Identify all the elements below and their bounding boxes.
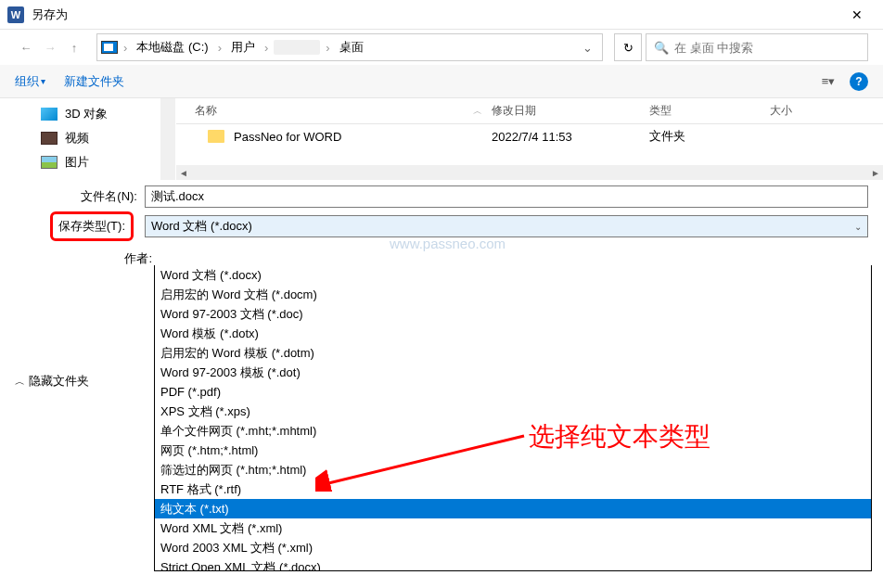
window-title: 另存为 (32, 6, 68, 23)
view-options-button[interactable]: ≡▾ (814, 72, 842, 91)
filename-label: 文件名(N): (15, 188, 145, 205)
annotation-highlight-box: 保存类型(T): (50, 211, 134, 241)
column-date[interactable]: 修改日期 (492, 103, 649, 119)
forward-button[interactable]: → (39, 36, 61, 58)
filetype-dropdown-list: Word 文档 (*.docx)启用宏的 Word 文档 (*.docm)Wor… (154, 265, 872, 571)
filetype-label: 保存类型(T): (58, 219, 125, 233)
back-button[interactable]: ← (15, 36, 37, 58)
filetype-option[interactable]: PDF (*.pdf) (155, 382, 871, 402)
chevron-right-icon: › (120, 41, 131, 55)
search-input[interactable] (674, 41, 860, 55)
chevron-right-icon: › (214, 41, 225, 55)
chevron-down-icon: ▾ (41, 76, 45, 86)
up-button[interactable]: ↑ (63, 36, 85, 58)
navigation-row: ← → ↑ › 本地磁盘 (C:) › 用户 › › 桌面 ⌄ ↻ 🔍 (0, 30, 883, 65)
filetype-option[interactable]: Word 文档 (*.docx) (155, 265, 871, 285)
filetype-option[interactable]: XPS 文档 (*.xps) (155, 402, 871, 421)
scroll-right-icon[interactable]: ► (868, 165, 883, 180)
scroll-left-icon[interactable]: ◄ (176, 165, 191, 180)
file-type: 文件夹 (649, 128, 770, 145)
chevron-right-icon: › (322, 41, 333, 55)
hide-folders-label: 隐藏文件夹 (29, 373, 89, 390)
filetype-option[interactable]: RTF 格式 (*.rtf) (155, 479, 871, 499)
chevron-right-icon: › (261, 41, 272, 55)
filetype-option[interactable]: 启用宏的 Word 模板 (*.dotm) (155, 343, 871, 363)
save-form: 文件名(N): 保存类型(T): Word 文档 (*.docx) ⌄ 作者: (0, 180, 883, 278)
filetype-option[interactable]: 启用宏的 Word 文档 (*.docm) (155, 285, 871, 304)
filename-input[interactable] (145, 185, 868, 208)
pictures-icon (41, 156, 58, 169)
close-button[interactable]: ✕ (838, 0, 876, 30)
search-icon: 🔍 (654, 41, 669, 55)
chevron-up-icon: ︿ (15, 375, 25, 389)
file-row[interactable]: PassNeo for WORD 2022/7/4 11:53 文件夹 (176, 124, 883, 148)
organize-button[interactable]: 组织 ▾ (15, 73, 45, 90)
filetype-option[interactable]: 单个文件网页 (*.mht;*.mhtml) (155, 421, 871, 441)
filetype-option[interactable]: 网页 (*.htm;*.html) (155, 441, 871, 460)
horizontal-scrollbar[interactable]: ◄ ► (176, 165, 883, 180)
author-label: 作者: (30, 250, 160, 267)
titlebar: W 另存为 ✕ (0, 0, 883, 30)
column-name[interactable]: 名称︿ (176, 103, 492, 119)
column-type[interactable]: 类型 (649, 103, 770, 119)
breadcrumb-users[interactable]: 用户 (227, 37, 259, 58)
filetype-option[interactable]: Word 模板 (*.dotx) (155, 324, 871, 343)
hide-folders-toggle[interactable]: ︿ 隐藏文件夹 (15, 373, 89, 390)
search-bar[interactable]: 🔍 (646, 33, 868, 61)
filetype-option[interactable]: Word XML 文档 (*.xml) (155, 518, 871, 538)
sidebar-item-videos[interactable]: 视频 (0, 126, 175, 150)
toolbar: 组织 ▾ 新建文件夹 ≡▾ ? (0, 65, 883, 98)
sidebar-scrollbar[interactable] (160, 98, 175, 180)
breadcrumb-dropdown-icon[interactable]: ⌄ (577, 41, 598, 55)
videos-icon (41, 132, 58, 145)
sidebar-item-label: 3D 对象 (65, 106, 108, 122)
drive-icon (101, 41, 118, 54)
filetype-value: Word 文档 (*.docx) (151, 218, 252, 235)
filetype-option[interactable]: 筛选过的网页 (*.htm;*.html) (155, 460, 871, 479)
column-size[interactable]: 大小 (770, 103, 883, 119)
breadcrumb-user-blurred[interactable] (274, 40, 320, 55)
file-name: PassNeo for WORD (234, 130, 341, 144)
word-app-icon: W (7, 6, 24, 23)
breadcrumb[interactable]: › 本地磁盘 (C:) › 用户 › › 桌面 ⌄ (96, 33, 603, 61)
sort-up-icon: ︿ (473, 105, 482, 118)
file-date: 2022/7/4 11:53 (492, 130, 649, 144)
breadcrumb-desktop[interactable]: 桌面 (336, 37, 367, 58)
filetype-select[interactable]: Word 文档 (*.docx) ⌄ (145, 215, 868, 237)
filetype-option[interactable]: Word 97-2003 文档 (*.doc) (155, 304, 871, 324)
file-list-area: 名称︿ 修改日期 类型 大小 PassNeo for WORD 2022/7/4… (176, 98, 883, 180)
new-folder-button[interactable]: 新建文件夹 (64, 73, 124, 90)
filetype-option[interactable]: Word 97-2003 模板 (*.dot) (155, 363, 871, 382)
folder-icon (208, 130, 224, 143)
refresh-button[interactable]: ↻ (614, 33, 642, 61)
filetype-option[interactable]: 纯文本 (*.txt) (155, 499, 871, 518)
chevron-down-icon: ⌄ (854, 222, 862, 232)
sidebar-item-label: 视频 (65, 130, 89, 147)
content-area: 3D 对象 视频 图片 名称︿ 修改日期 类型 大小 PassNeo for W… (0, 98, 883, 180)
3d-objects-icon (41, 108, 58, 121)
help-button[interactable]: ? (850, 72, 868, 91)
sidebar-item-3d[interactable]: 3D 对象 (0, 102, 175, 126)
sidebar: 3D 对象 视频 图片 (0, 98, 176, 180)
filetype-option[interactable]: Word 2003 XML 文档 (*.xml) (155, 538, 871, 557)
sidebar-item-label: 图片 (65, 154, 89, 171)
list-header: 名称︿ 修改日期 类型 大小 (176, 98, 883, 124)
sidebar-item-pictures[interactable]: 图片 (0, 150, 175, 174)
filetype-option[interactable]: Strict Open XML 文档 (*.docx) (155, 557, 871, 571)
breadcrumb-drive[interactable]: 本地磁盘 (C:) (133, 37, 211, 58)
